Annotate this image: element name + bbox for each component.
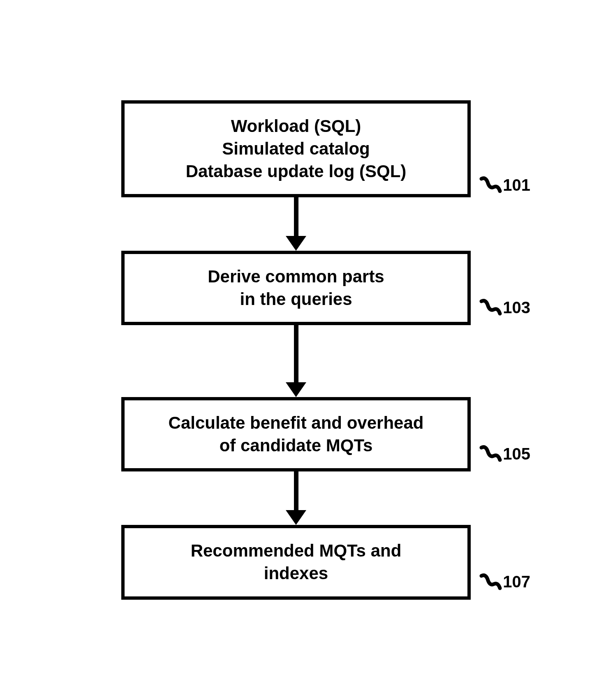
label-103-text: 103: [503, 298, 530, 317]
arrow-line: [294, 471, 298, 511]
arrow-2: [286, 325, 306, 397]
node-107: Recommended MQTs and indexes: [121, 525, 471, 599]
node-105-wrapper: Calculate benefit and overhead of candid…: [121, 397, 471, 471]
node-103-line-1: in the queries: [141, 288, 451, 311]
node-101: Workload (SQL) Simulated catalog Databas…: [121, 100, 471, 197]
node-101-wrapper: Workload (SQL) Simulated catalog Databas…: [121, 100, 471, 197]
node-103-line-0: Derive common parts: [141, 266, 451, 288]
node-101-line-2: Database update log (SQL): [141, 160, 451, 183]
label-105-text: 105: [503, 445, 530, 463]
label-103-group: 103: [479, 297, 530, 318]
node-107-line-1: indexes: [141, 562, 451, 585]
arrow-line: [294, 197, 298, 236]
squiggle-icon: [479, 175, 502, 195]
arrow-head-icon: [286, 236, 306, 251]
label-101-group: 101: [479, 175, 530, 195]
squiggle-icon: [479, 297, 502, 318]
node-103-wrapper: Derive common parts in the queries 103: [121, 251, 471, 325]
node-107-wrapper: Recommended MQTs and indexes 107: [121, 525, 471, 599]
label-107-group: 107: [479, 572, 530, 592]
node-105-line-1: of candidate MQTs: [141, 434, 451, 457]
label-101-text: 101: [503, 176, 530, 194]
arrow-line: [294, 325, 298, 383]
node-105-line-0: Calculate benefit and overhead: [141, 412, 451, 434]
arrow-3: [286, 471, 306, 525]
squiggle-icon: [479, 444, 502, 464]
arrow-head-icon: [286, 510, 306, 525]
label-105-group: 105: [479, 444, 530, 464]
arrow-1: [286, 197, 306, 251]
label-107-text: 107: [503, 573, 530, 591]
node-105: Calculate benefit and overhead of candid…: [121, 397, 471, 471]
node-103: Derive common parts in the queries: [121, 251, 471, 325]
arrow-head-icon: [286, 382, 306, 397]
squiggle-icon: [479, 572, 502, 592]
flowchart-container: Workload (SQL) Simulated catalog Databas…: [121, 100, 471, 599]
node-107-line-0: Recommended MQTs and: [141, 540, 451, 562]
node-101-line-1: Simulated catalog: [141, 138, 451, 160]
node-101-line-0: Workload (SQL): [141, 115, 451, 138]
